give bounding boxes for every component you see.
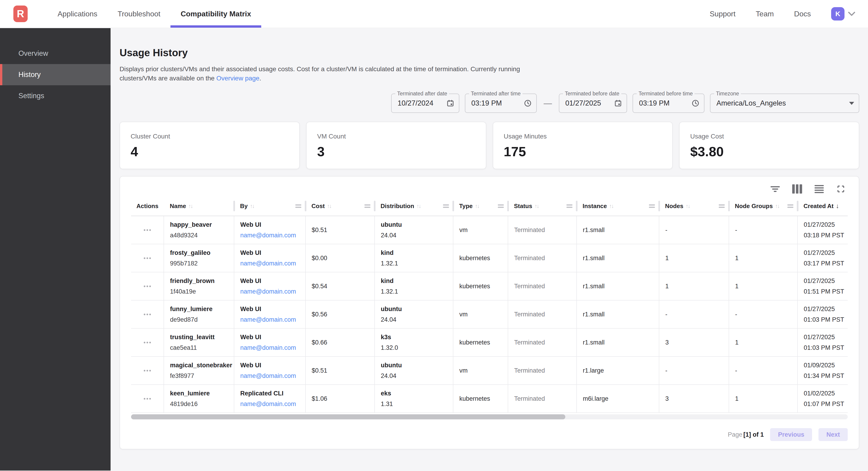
- terminated-after-time-label: Terminated after time: [469, 91, 523, 97]
- column-menu-icon[interactable]: [719, 204, 725, 208]
- distribution-name: eks: [381, 390, 453, 397]
- email-link[interactable]: name@domain.com: [240, 401, 305, 408]
- calendar-icon[interactable]: [614, 99, 622, 107]
- user-menu[interactable]: K: [831, 7, 855, 21]
- main-content: Usage History Displays prior clusters/VM…: [111, 28, 868, 471]
- chevron-down-icon: [848, 12, 855, 16]
- clock-icon[interactable]: [524, 99, 532, 107]
- row-actions-button[interactable]: [144, 398, 151, 400]
- column-header-by[interactable]: By: [234, 196, 306, 216]
- column-header-status[interactable]: Status: [508, 196, 577, 216]
- sidebar-item-history[interactable]: History: [0, 64, 111, 85]
- distribution-version: 1.32.0: [381, 344, 453, 351]
- column-menu-icon[interactable]: [365, 204, 370, 208]
- column-header-cost[interactable]: Cost: [306, 196, 375, 216]
- page-description-text: Displays prior clusters/VMs and their as…: [120, 65, 520, 82]
- select-caret-icon: [849, 102, 854, 105]
- stat-value: 4: [131, 144, 299, 159]
- email-link[interactable]: name@domain.com: [240, 316, 305, 323]
- sidebar-item-overview[interactable]: Overview: [0, 43, 111, 64]
- terminated-after-date-input[interactable]: [398, 99, 444, 107]
- distribution-version: 1.31: [381, 401, 453, 408]
- column-header-distribution[interactable]: Distribution: [375, 196, 453, 216]
- terminated-before-date-input[interactable]: [565, 99, 612, 107]
- created-by-source: Web UI: [240, 362, 305, 369]
- email-link[interactable]: name@domain.com: [240, 232, 305, 239]
- email-link[interactable]: name@domain.com: [240, 288, 305, 295]
- column-header-name[interactable]: Name: [164, 196, 234, 216]
- clock-icon[interactable]: [691, 99, 700, 107]
- created-by-source: Replicated CLI: [240, 390, 305, 397]
- column-menu-icon[interactable]: [295, 204, 301, 208]
- row-actions-button[interactable]: [144, 314, 151, 315]
- cluster-name: keen_lumiere: [170, 390, 234, 397]
- timezone-input[interactable]: [716, 99, 849, 107]
- sidebar-item-settings[interactable]: Settings: [0, 85, 111, 107]
- fullscreen-icon[interactable]: [836, 184, 845, 194]
- row-actions-button[interactable]: [144, 342, 151, 343]
- email-link[interactable]: name@domain.com: [240, 344, 305, 351]
- tab-compatibility-matrix[interactable]: Compatibility Matrix: [170, 0, 261, 28]
- status-value: Terminated: [514, 367, 576, 374]
- terminated-before-time-field[interactable]: Terminated before time: [632, 93, 705, 113]
- row-actions-button[interactable]: [144, 286, 151, 287]
- stat-card-usage-minutes: Usage Minutes 175: [493, 122, 673, 169]
- nav-link-support[interactable]: Support: [710, 10, 736, 18]
- calendar-icon[interactable]: [446, 99, 454, 107]
- instance-value: r1.small: [583, 227, 659, 234]
- page-title: Usage History: [120, 47, 859, 59]
- stat-label: Cluster Count: [131, 133, 299, 140]
- terminated-after-time-field[interactable]: Terminated after time: [465, 93, 537, 113]
- nav-link-team[interactable]: Team: [756, 10, 774, 18]
- next-button[interactable]: Next: [818, 428, 848, 441]
- terminated-before-date-field[interactable]: Terminated before date: [559, 93, 627, 113]
- column-header-instance[interactable]: Instance: [577, 196, 659, 216]
- column-menu-icon[interactable]: [443, 204, 449, 208]
- timezone-select[interactable]: Timezone: [710, 93, 859, 113]
- row-actions-button[interactable]: [144, 370, 151, 372]
- sort-desc-icon: [836, 202, 839, 210]
- created-by-source: Web UI: [240, 277, 305, 285]
- horizontal-scrollbar[interactable]: [131, 414, 848, 419]
- status-value: Terminated: [514, 311, 576, 318]
- column-menu-icon[interactable]: [649, 204, 655, 208]
- instance-value: r1.small: [583, 283, 659, 290]
- column-menu-icon[interactable]: [498, 204, 504, 208]
- filter-icon[interactable]: [771, 186, 780, 192]
- instance-value: r1.small: [583, 311, 659, 318]
- cluster-id: a48d9324: [170, 232, 234, 239]
- instance-value: r1.large: [583, 367, 659, 374]
- terminated-before-time-input[interactable]: [639, 99, 690, 107]
- terminated-after-date-field[interactable]: Terminated after date: [391, 93, 459, 113]
- column-header-node-groups[interactable]: Node Groups: [729, 196, 798, 216]
- column-header-type[interactable]: Type: [453, 196, 508, 216]
- scrollbar-thumb[interactable]: [131, 414, 565, 419]
- email-link[interactable]: name@domain.com: [240, 260, 305, 267]
- terminated-after-time-input[interactable]: [471, 99, 522, 107]
- node-groups-value: -: [735, 311, 797, 318]
- email-link[interactable]: name@domain.com: [240, 372, 305, 380]
- overview-page-link[interactable]: Overview page: [216, 75, 259, 82]
- sidebar: Overview History Settings: [0, 28, 111, 471]
- column-header-nodes[interactable]: Nodes: [659, 196, 729, 216]
- row-actions-button[interactable]: [144, 229, 151, 231]
- columns-icon[interactable]: [792, 184, 802, 194]
- table-row: frosty_galileo995b7182 Web UIname@domain…: [131, 244, 848, 272]
- tab-applications[interactable]: Applications: [48, 0, 107, 28]
- type-value: kubernetes: [459, 339, 508, 346]
- instance-value: m6i.large: [583, 395, 659, 402]
- cluster-id: cae5ea11: [170, 344, 234, 351]
- table-header-row: Actions Name By Cost Distribution Type S…: [131, 196, 848, 216]
- column-menu-icon[interactable]: [787, 204, 793, 208]
- nodes-value: 3: [665, 339, 728, 346]
- density-icon[interactable]: [814, 185, 824, 193]
- previous-button[interactable]: Previous: [770, 428, 812, 441]
- column-menu-icon[interactable]: [566, 204, 572, 208]
- avatar[interactable]: K: [831, 7, 844, 21]
- cluster-id: de9ed87d: [170, 316, 234, 323]
- tab-troubleshoot[interactable]: Troubleshoot: [107, 0, 171, 28]
- row-actions-button[interactable]: [144, 257, 151, 259]
- cost-value: $0.51: [312, 367, 374, 374]
- column-header-created-at[interactable]: Created At: [798, 196, 848, 216]
- nav-link-docs[interactable]: Docs: [794, 10, 811, 18]
